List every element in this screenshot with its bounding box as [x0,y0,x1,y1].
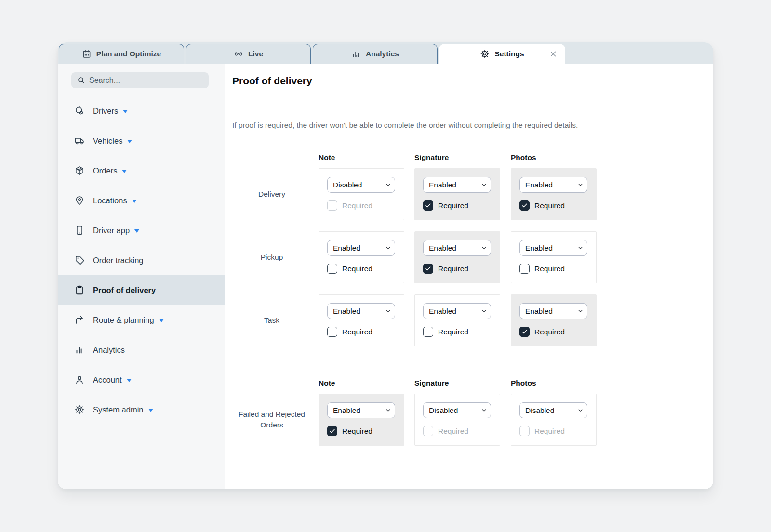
close-icon[interactable] [549,50,558,58]
select-value: Enabled [328,240,381,255]
map-pin-icon [74,195,85,206]
pod-cell-task-signature: Enabled Required [414,294,500,346]
chevron-down-icon [573,240,587,255]
checkbox-box [519,200,530,211]
pod-cell-delivery-signature: Enabled Required [414,168,500,220]
checkbox-label: Required [438,265,468,273]
truck-icon [74,135,85,146]
chevron-down-icon [573,403,587,418]
pod-cell-delivery-photos: Enabled Required [511,168,597,220]
driver-cap-icon [74,106,85,116]
required-checkbox[interactable]: Required [519,264,565,274]
person-icon [74,374,85,385]
search-input[interactable] [71,72,209,88]
required-checkbox[interactable]: Required [519,200,565,211]
enabled-state-select[interactable]: Disabled [327,177,395,193]
tab-settings[interactable]: Settings [439,44,565,64]
sidebar-item-label: Orders [93,166,117,175]
chevron-down-icon [477,177,491,192]
tab-live[interactable]: Live [186,44,311,64]
tab-analytics[interactable]: Analytics [313,44,438,64]
page-description: If proof is required, the driver won't b… [232,118,625,133]
sidebar-item-label: Route & planning [93,316,154,325]
tab-plan-and-optimize[interactable]: Plan and Optimize [59,44,184,64]
chevron-down-icon [573,177,587,192]
required-checkbox[interactable]: Required [423,327,468,337]
enabled-state-select[interactable]: Enabled [327,402,395,418]
broadcast-icon [234,49,243,59]
pod-cell-pickup-photos: Enabled Required [511,231,597,283]
sidebar-item-label: Driver app [93,226,130,235]
required-checkbox[interactable]: Required [423,200,468,211]
sidebar-item-route-planning[interactable]: Route & planning [58,305,225,335]
required-checkbox[interactable]: Required [327,327,372,337]
checkbox-box [327,426,337,436]
checkbox-label: Required [534,427,565,436]
required-checkbox[interactable]: Required [327,426,372,436]
enabled-state-select[interactable]: Enabled [423,303,491,319]
chevron-down-icon [477,304,491,319]
sidebar-item-locations[interactable]: Locations [58,186,225,215]
select-value: Enabled [328,304,381,319]
enabled-state-select[interactable]: Enabled [327,303,395,319]
sidebar-item-analytics[interactable]: Analytics [58,335,225,365]
chevron-down-icon [134,229,139,233]
sidebar-item-label: Vehicles [93,136,122,146]
select-value: Enabled [424,304,477,319]
checkbox-box [423,264,433,274]
sidebar-item-order-tracking[interactable]: Order tracking [58,245,225,275]
enabled-state-select[interactable]: Enabled [519,177,587,193]
chevron-down-icon [381,304,395,319]
select-value: Enabled [328,403,381,418]
required-checkbox[interactable]: Required [423,264,468,274]
chevron-down-icon [159,319,164,322]
checkbox-box [327,264,337,274]
checkbox-label: Required [342,201,372,210]
checkbox-label: Required [342,427,372,436]
tab-label: Analytics [366,50,399,58]
required-checkbox[interactable]: Required [519,327,565,337]
checkbox-label: Required [342,265,372,273]
column-header-photos: Photos [511,379,536,387]
required-checkbox[interactable]: Required [327,200,372,211]
enabled-state-select[interactable]: Disabled [423,402,491,418]
pod-cell-pickup-note: Enabled Required [319,231,404,283]
sidebar-item-vehicles[interactable]: Vehicles [58,126,225,156]
row-label: Task [232,315,311,326]
sidebar-nav: Drivers Vehicles Orders Locations Dr [58,96,225,425]
sidebar-item-drivers[interactable]: Drivers [58,96,225,126]
sidebar-item-account[interactable]: Account [58,365,225,395]
select-value: Enabled [424,240,477,255]
sidebar-item-label: Proof of delivery [93,286,156,295]
checkbox-label: Required [342,328,372,336]
enabled-state-select[interactable]: Enabled [519,303,587,319]
select-value: Enabled [520,240,573,255]
select-value: Disabled [424,403,477,418]
sidebar-item-system-admin[interactable]: System admin [58,395,225,425]
sidebar-item-orders[interactable]: Orders [58,156,225,186]
chevron-down-icon [573,304,587,319]
select-value: Enabled [520,304,573,319]
sidebar-item-driver-app[interactable]: Driver app [58,215,225,245]
required-checkbox[interactable]: Required [327,264,372,274]
enabled-state-select[interactable]: Enabled [327,240,395,256]
required-checkbox[interactable]: Required [423,426,468,436]
pod-cell-delivery-note: Disabled Required [319,168,404,220]
enabled-state-select[interactable]: Enabled [423,240,491,256]
chevron-down-icon [477,240,491,255]
settings-content: Proof of delivery If proof is required, … [225,64,713,489]
sidebar-item-proof-of-delivery[interactable]: Proof of delivery [58,275,225,305]
pod-cell-task-photos: Enabled Required [511,294,597,346]
enabled-state-select[interactable]: Enabled [519,240,587,256]
enabled-state-select[interactable]: Disabled [519,402,587,418]
pod-cell-failed-photos: Disabled Required [511,394,597,446]
select-value: Disabled [328,177,381,192]
required-checkbox[interactable]: Required [519,426,565,436]
enabled-state-select[interactable]: Enabled [423,177,491,193]
chevron-down-icon [381,177,395,192]
chevron-down-icon [148,409,153,412]
chevron-down-icon [122,170,127,173]
clipboard-icon [74,285,85,295]
select-value: Disabled [520,403,573,418]
row-label: Pickup [232,252,311,263]
